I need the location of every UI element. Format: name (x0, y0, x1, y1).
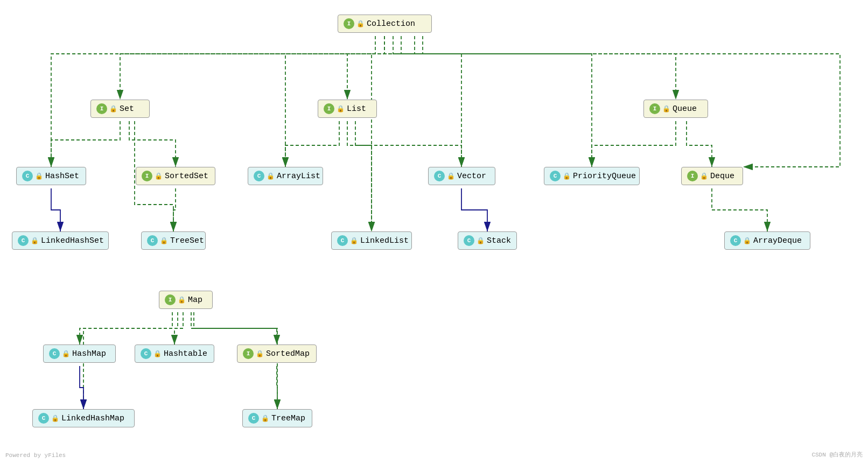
node-sortedset[interactable]: I 🔒 SortedSet (136, 167, 215, 185)
node-vector[interactable]: C 🔒 Vector (428, 167, 495, 185)
label-arraylist: ArrayList (277, 172, 320, 181)
node-linkedlist[interactable]: C 🔒 LinkedList (331, 231, 412, 250)
watermark-left: Powered by yFiles (5, 452, 66, 459)
badge-map: I (165, 294, 176, 305)
badge-stack: C (464, 235, 474, 246)
badge-hashmap: C (49, 348, 60, 359)
node-set[interactable]: I 🔒 Set (90, 100, 150, 118)
lock-collection: 🔒 (356, 20, 365, 28)
node-sortedmap[interactable]: I 🔒 SortedMap (237, 345, 317, 363)
label-priorityqueue: PriorityQueue (573, 172, 636, 181)
label-list: List (347, 104, 366, 114)
node-queue[interactable]: I 🔒 Queue (643, 100, 708, 118)
label-hashset: HashSet (45, 172, 79, 181)
label-set: Set (120, 104, 134, 114)
label-hashmap: HashMap (72, 349, 106, 358)
node-treeset[interactable]: C 🔒 TreeSet (141, 231, 206, 250)
badge-list: I (324, 103, 334, 114)
label-sortedmap: SortedMap (266, 349, 310, 358)
diagram-container: I 🔒 Collection I 🔒 Set I 🔒 List I 🔒 Queu… (0, 0, 868, 464)
badge-treemap: C (248, 413, 259, 424)
label-treeset: TreeSet (170, 236, 204, 245)
node-hashtable[interactable]: C 🔒 Hashtable (135, 345, 214, 363)
node-collection[interactable]: I 🔒 Collection (338, 15, 432, 33)
node-deque[interactable]: I 🔒 Deque (681, 167, 743, 185)
badge-sortedmap: I (243, 348, 254, 359)
badge-queue: I (649, 103, 660, 114)
label-map: Map (188, 296, 202, 305)
node-map[interactable]: I 🔒 Map (159, 291, 213, 309)
badge-arraylist: C (254, 171, 264, 181)
label-vector: Vector (457, 172, 486, 181)
node-list[interactable]: I 🔒 List (318, 100, 377, 118)
node-arraydeque[interactable]: C 🔒 ArrayDeque (724, 231, 810, 250)
badge-arraydeque: C (730, 235, 741, 246)
badge-hashset: C (22, 171, 33, 181)
label-arraydeque: ArrayDeque (753, 236, 802, 245)
badge-treeset: C (147, 235, 158, 246)
label-treemap: TreeMap (271, 414, 305, 423)
label-collection: Collection (367, 19, 415, 29)
label-linkedhashset: LinkedHashSet (41, 236, 104, 245)
badge-linkedhashmap: C (38, 413, 49, 424)
node-linkedhashset[interactable]: C 🔒 LinkedHashSet (12, 231, 109, 250)
label-queue: Queue (673, 104, 697, 114)
badge-set: I (96, 103, 107, 114)
node-arraylist[interactable]: C 🔒 ArrayList (248, 167, 323, 185)
node-hashmap[interactable]: C 🔒 HashMap (43, 345, 116, 363)
label-stack: Stack (487, 236, 511, 245)
badge-linkedlist: C (337, 235, 348, 246)
label-deque: Deque (710, 172, 734, 181)
node-linkedhashmap[interactable]: C 🔒 LinkedHashMap (32, 409, 135, 427)
badge-priorityqueue: C (550, 171, 561, 181)
badge-hashtable: C (141, 348, 151, 359)
label-hashtable: Hashtable (164, 349, 207, 358)
label-linkedhashmap: LinkedHashMap (61, 414, 124, 423)
node-stack[interactable]: C 🔒 Stack (458, 231, 517, 250)
watermark-right: CSDN @白夜的月亮 (811, 451, 863, 459)
badge-vector: C (434, 171, 445, 181)
node-priorityqueue[interactable]: C 🔒 PriorityQueue (544, 167, 640, 185)
label-sortedset: SortedSet (165, 172, 208, 181)
badge-collection: I (344, 18, 354, 29)
node-treemap[interactable]: C 🔒 TreeMap (242, 409, 312, 427)
badge-sortedset: I (142, 171, 152, 181)
node-hashset[interactable]: C 🔒 HashSet (16, 167, 86, 185)
badge-deque: I (687, 171, 698, 181)
badge-linkedhashset: C (18, 235, 29, 246)
label-linkedlist: LinkedList (360, 236, 409, 245)
